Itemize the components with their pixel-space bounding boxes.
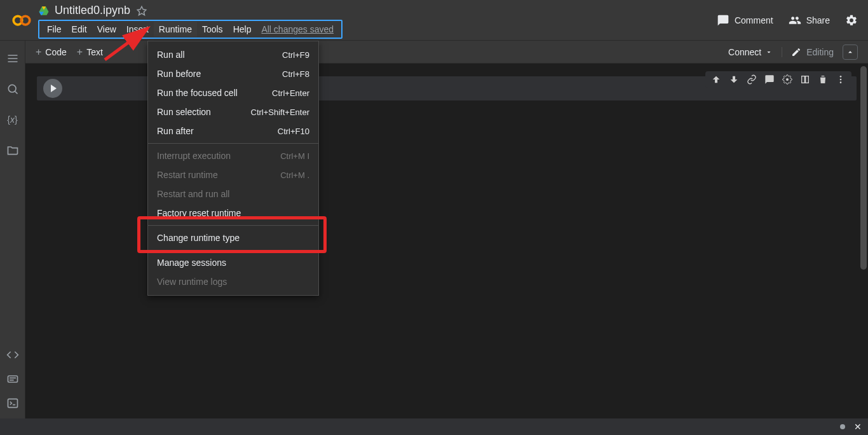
comment-label: Comment (735, 15, 773, 25)
cell-settings-icon[interactable] (782, 74, 793, 85)
menu-item-shortcut: Ctrl+F8 (282, 69, 309, 79)
play-icon (51, 85, 57, 92)
mirror-cell-icon[interactable] (799, 74, 811, 85)
runtime-menu-item: Restart runtimeCtrl+M . (148, 165, 318, 184)
menu-runtime[interactable]: Runtime (154, 22, 197, 37)
svg-marker-5 (137, 6, 146, 15)
menu-item-shortcut: Ctrl+Enter (272, 88, 309, 98)
menu-item-label: Factory reset runtime (157, 208, 241, 218)
svg-point-13 (786, 78, 789, 81)
menu-item-shortcut: Ctrl+F9 (282, 50, 309, 60)
plus-icon: + (77, 46, 83, 58)
add-code-button[interactable]: + Code (36, 46, 67, 58)
menu-item-label: Run before (157, 69, 201, 79)
colab-logo (10, 9, 33, 32)
menu-item-label: Run all (157, 50, 185, 60)
delete-cell-icon[interactable] (817, 74, 829, 85)
runtime-menu-item[interactable]: Run the focused cellCtrl+Enter (148, 83, 318, 102)
variables-icon[interactable]: {x} (6, 113, 19, 126)
menu-item-shortcut: Ctrl+F10 (278, 127, 309, 136)
vertical-scrollbar[interactable] (860, 66, 867, 270)
menu-item-label: Restart and run all (157, 189, 229, 199)
move-up-icon[interactable] (710, 74, 722, 85)
runtime-menu-item[interactable]: Run beforeCtrl+F8 (148, 64, 318, 83)
svg-point-16 (840, 76, 842, 78)
close-icon[interactable]: ✕ (854, 422, 862, 432)
drive-icon (38, 5, 50, 17)
svg-rect-14 (802, 76, 805, 83)
menu-item-label: Restart runtime (157, 170, 218, 180)
menu-item-shortcut: Ctrl+M I (280, 151, 309, 161)
menu-item-label: Interrupt execution (157, 151, 231, 161)
left-rail: {x} (0, 41, 25, 418)
menu-separator (148, 143, 318, 144)
menu-tools[interactable]: Tools (197, 22, 228, 37)
menu-item-label: View runtime logs (157, 277, 227, 287)
share-button[interactable]: Share (789, 14, 830, 27)
svg-rect-8 (8, 376, 17, 382)
menu-item-label: Run after (157, 126, 194, 136)
menu-item-shortcut: Ctrl+Shift+Enter (251, 107, 310, 117)
more-icon[interactable] (835, 74, 846, 85)
settings-button[interactable] (845, 14, 858, 27)
annotation-arrow (98, 22, 156, 66)
svg-rect-11 (8, 399, 17, 407)
runtime-menu-item: Interrupt executionCtrl+M I (148, 146, 318, 165)
runtime-menu-item: View runtime logs (148, 272, 318, 291)
runtime-menu-item[interactable]: Manage sessions (148, 253, 318, 272)
svg-point-6 (8, 85, 16, 92)
toc-icon[interactable] (6, 52, 19, 65)
runtime-menu: Run allCtrl+F9Run beforeCtrl+F8Run the f… (147, 41, 319, 296)
collapse-toggle[interactable] (843, 45, 858, 60)
add-code-label: Code (45, 47, 66, 57)
share-label: Share (806, 15, 830, 25)
code-snippets-icon[interactable] (6, 349, 19, 361)
connect-label: Connect (728, 47, 761, 57)
search-icon[interactable] (6, 83, 19, 95)
document-title[interactable]: Untitled0.ipynb (55, 4, 130, 17)
svg-line-19 (105, 28, 148, 60)
link-icon[interactable] (746, 74, 757, 85)
cell-toolbar (705, 71, 851, 88)
move-down-icon[interactable] (728, 74, 740, 85)
menu-item-shortcut: Ctrl+M . (280, 170, 309, 180)
command-palette-icon[interactable] (6, 373, 19, 385)
editing-label: Editing (806, 47, 834, 57)
comment-button[interactable]: Comment (717, 14, 773, 27)
run-cell-button[interactable] (43, 79, 62, 98)
menu-item-label: Run selection (157, 107, 211, 117)
runtime-menu-item[interactable]: Run selectionCtrl+Shift+Enter (148, 102, 318, 121)
menu-help[interactable]: Help (228, 22, 257, 37)
svg-line-7 (15, 92, 17, 94)
menu-separator (148, 250, 318, 251)
save-state[interactable]: All changes saved (256, 22, 339, 37)
menubar: File Edit View Insert Runtime Tools Help… (38, 20, 342, 39)
connect-button[interactable]: Connect (728, 47, 773, 57)
star-icon[interactable] (135, 4, 148, 17)
menu-separator (148, 225, 318, 226)
status-dot (840, 424, 845, 429)
menu-edit[interactable]: Edit (67, 22, 92, 37)
svg-rect-15 (806, 76, 809, 83)
menu-file[interactable]: File (42, 22, 67, 37)
chevron-down-icon (765, 48, 773, 56)
chevron-up-icon (846, 48, 855, 57)
runtime-menu-item[interactable]: Factory reset runtime (148, 204, 318, 223)
footer: ✕ (0, 418, 868, 435)
pencil-icon (791, 47, 801, 57)
plus-icon: + (36, 46, 41, 58)
editing-mode[interactable]: Editing (782, 47, 834, 57)
menu-item-label: Manage sessions (157, 258, 226, 268)
runtime-menu-item[interactable]: Run afterCtrl+F10 (148, 121, 318, 141)
runtime-menu-item[interactable]: Change runtime type (148, 228, 318, 247)
files-icon[interactable] (6, 144, 19, 156)
runtime-menu-item[interactable]: Run allCtrl+F9 (148, 45, 318, 64)
add-comment-icon[interactable] (764, 74, 775, 85)
terminal-icon[interactable] (6, 397, 19, 410)
svg-point-18 (840, 81, 842, 83)
header-actions: Comment Share (717, 14, 858, 27)
svg-point-17 (840, 79, 842, 81)
runtime-menu-item: Restart and run all (148, 184, 318, 204)
menu-item-label: Change runtime type (157, 233, 240, 243)
menu-item-label: Run the focused cell (157, 88, 238, 98)
